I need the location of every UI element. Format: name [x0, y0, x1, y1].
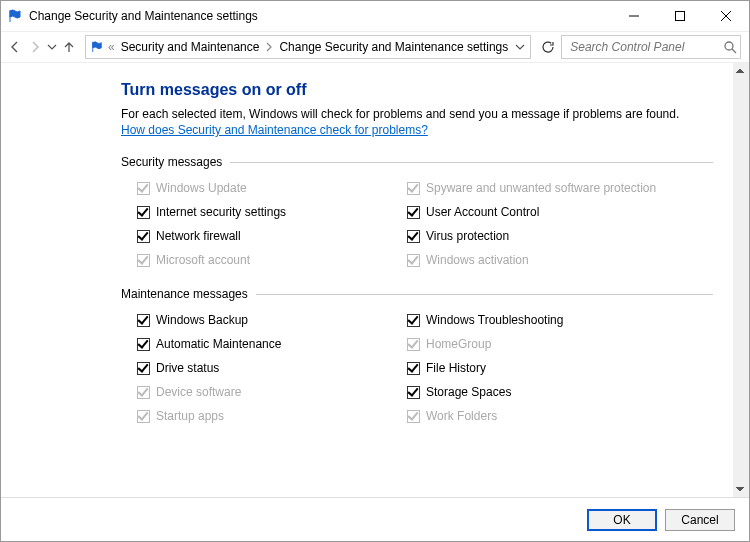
navbar: « Security and Maintenance Change Securi…	[1, 31, 749, 63]
checkbox-option[interactable]: Storage Spaces	[407, 383, 657, 401]
up-button[interactable]	[61, 36, 77, 58]
checkbox[interactable]	[407, 386, 420, 399]
checkbox-label: Work Folders	[426, 409, 497, 423]
titlebar: Change Security and Maintenance settings	[1, 1, 749, 31]
security-options: Windows UpdateSpyware and unwanted softw…	[137, 179, 713, 269]
checkbox-option[interactable]: Windows Backup	[137, 311, 387, 329]
checkbox-option[interactable]: User Account Control	[407, 203, 657, 221]
recent-dropdown[interactable]	[47, 36, 57, 58]
svg-point-4	[725, 42, 733, 50]
scroll-down-icon[interactable]	[735, 483, 747, 495]
chevron-right-icon	[263, 42, 275, 52]
checkbox[interactable]	[137, 230, 150, 243]
checkbox-label: Windows Backup	[156, 313, 248, 327]
search-box[interactable]	[561, 35, 741, 59]
checkbox[interactable]	[407, 206, 420, 219]
checkbox-label: Storage Spaces	[426, 385, 511, 399]
checkbox-label: User Account Control	[426, 205, 539, 219]
breadcrumb-prefix: «	[106, 40, 117, 54]
search-input[interactable]	[568, 39, 723, 55]
close-button[interactable]	[703, 1, 749, 31]
checkbox	[137, 410, 150, 423]
minimize-button[interactable]	[611, 1, 657, 31]
maintenance-section-header: Maintenance messages	[121, 287, 713, 301]
ok-button[interactable]: OK	[587, 509, 657, 531]
refresh-button[interactable]	[541, 35, 555, 59]
checkbox-label: Network firewall	[156, 229, 241, 243]
checkbox-option: Device software	[137, 383, 387, 401]
checkbox-label: Virus protection	[426, 229, 509, 243]
checkbox-option: Spyware and unwanted software protection	[407, 179, 657, 197]
svg-rect-1	[676, 12, 685, 21]
svg-line-5	[732, 49, 736, 53]
checkbox	[137, 182, 150, 195]
checkbox-option[interactable]: Network firewall	[137, 227, 387, 245]
checkbox	[407, 410, 420, 423]
page-heading: Turn messages on or off	[121, 81, 713, 99]
checkbox[interactable]	[137, 206, 150, 219]
checkbox[interactable]	[137, 362, 150, 375]
checkbox[interactable]	[137, 314, 150, 327]
app-flag-icon	[7, 8, 23, 24]
checkbox-label: Windows activation	[426, 253, 529, 267]
checkbox[interactable]	[407, 314, 420, 327]
breadcrumb-segment-1[interactable]: Security and Maintenance	[117, 40, 264, 54]
checkbox-option: Microsoft account	[137, 251, 387, 269]
checkbox-label: Microsoft account	[156, 253, 250, 267]
forward-button[interactable]	[27, 36, 43, 58]
checkbox	[407, 338, 420, 351]
divider	[256, 294, 713, 295]
window-controls	[611, 1, 749, 31]
checkbox	[407, 254, 420, 267]
divider	[230, 162, 713, 163]
content: Turn messages on or off For each selecte…	[1, 63, 733, 497]
checkbox-option[interactable]: Automatic Maintenance	[137, 335, 387, 353]
cancel-button[interactable]: Cancel	[665, 509, 735, 531]
checkbox-label: Windows Update	[156, 181, 247, 195]
checkbox	[407, 182, 420, 195]
checkbox[interactable]	[407, 230, 420, 243]
maintenance-section: Maintenance messages Windows BackupWindo…	[121, 287, 713, 425]
breadcrumb[interactable]: « Security and Maintenance Change Securi…	[85, 35, 531, 59]
checkbox-option[interactable]: Internet security settings	[137, 203, 387, 221]
checkbox-label: HomeGroup	[426, 337, 491, 351]
security-section-title: Security messages	[121, 155, 230, 169]
back-button[interactable]	[7, 36, 23, 58]
content-area: Turn messages on or off For each selecte…	[1, 63, 749, 497]
security-section-header: Security messages	[121, 155, 713, 169]
checkbox-option[interactable]: Windows Troubleshooting	[407, 311, 657, 329]
checkbox	[137, 254, 150, 267]
checkbox-label: Drive status	[156, 361, 219, 375]
checkbox-label: Device software	[156, 385, 241, 399]
checkbox[interactable]	[137, 338, 150, 351]
checkbox-label: Startup apps	[156, 409, 224, 423]
checkbox[interactable]	[407, 362, 420, 375]
checkbox-label: Internet security settings	[156, 205, 286, 219]
scrollbar[interactable]	[733, 63, 749, 497]
footer: OK Cancel	[1, 497, 749, 541]
checkbox-option: Startup apps	[137, 407, 387, 425]
maintenance-section-title: Maintenance messages	[121, 287, 256, 301]
checkbox-option[interactable]: Drive status	[137, 359, 387, 377]
scroll-up-icon[interactable]	[735, 65, 747, 77]
checkbox-option: HomeGroup	[407, 335, 657, 353]
breadcrumb-flag-icon	[88, 41, 106, 53]
checkbox-option: Work Folders	[407, 407, 657, 425]
checkbox-option: Windows Update	[137, 179, 387, 197]
checkbox	[137, 386, 150, 399]
checkbox-option: Windows activation	[407, 251, 657, 269]
checkbox-label: File History	[426, 361, 486, 375]
breadcrumb-dropdown[interactable]	[512, 42, 528, 52]
checkbox-option[interactable]: File History	[407, 359, 657, 377]
checkbox-label: Automatic Maintenance	[156, 337, 281, 351]
window-title: Change Security and Maintenance settings	[29, 9, 611, 23]
checkbox-label: Windows Troubleshooting	[426, 313, 563, 327]
maximize-button[interactable]	[657, 1, 703, 31]
breadcrumb-segment-2[interactable]: Change Security and Maintenance settings	[275, 40, 512, 54]
checkbox-option[interactable]: Virus protection	[407, 227, 657, 245]
search-icon	[723, 40, 737, 54]
page-description: For each selected item, Windows will che…	[121, 107, 713, 121]
window: Change Security and Maintenance settings	[0, 0, 750, 542]
security-section: Security messages Windows UpdateSpyware …	[121, 155, 713, 269]
help-link[interactable]: How does Security and Maintenance check …	[121, 123, 428, 137]
